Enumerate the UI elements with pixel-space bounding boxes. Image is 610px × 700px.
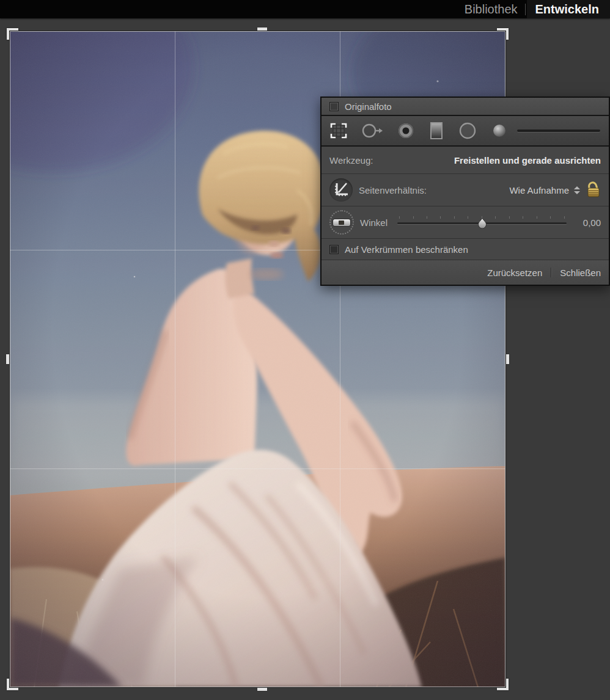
crop-handle-top-left[interactable] — [7, 28, 18, 40]
module-bibliothek[interactable]: Bibliothek — [457, 0, 525, 18]
angle-label: Winkel — [360, 217, 388, 228]
spot-removal-tool-icon[interactable] — [362, 123, 383, 139]
button-divider — [551, 268, 551, 277]
original-photo-checkbox[interactable] — [329, 102, 339, 111]
crop-handle-bottom-left[interactable] — [7, 679, 18, 690]
straighten-level-icon[interactable] — [329, 210, 354, 235]
aspect-lock-icon[interactable] — [586, 180, 601, 200]
original-photo-label: Originalfoto — [345, 101, 392, 112]
crop-handle-top[interactable] — [257, 27, 267, 31]
angle-value: 0,00 — [574, 217, 601, 228]
crop-handle-right[interactable] — [506, 354, 509, 364]
tool-strip — [322, 116, 609, 147]
adjustment-brush-tool-icon[interactable] — [491, 123, 507, 139]
aspect-ratio-label: Seitenverhältnis: — [359, 185, 427, 195]
crop-tool-panel: Originalfoto — [320, 97, 610, 286]
angle-slider[interactable] — [397, 216, 567, 229]
module-entwickeln[interactable]: Entwickeln — [535, 0, 599, 18]
angle-row: Winkel 0,00 — [322, 206, 609, 239]
red-eye-tool-icon[interactable] — [397, 122, 414, 139]
aspect-stepper-icon[interactable] — [574, 186, 580, 194]
original-photo-row: Originalfoto — [322, 98, 609, 116]
crop-tool-icon[interactable] — [330, 122, 347, 139]
angle-slider-thumb[interactable] — [478, 218, 487, 230]
aspect-ratio-value[interactable]: Wie Aufnahme — [509, 185, 569, 195]
tool-name-row: Werkzeug: Freistellen und gerade ausrich… — [322, 147, 609, 174]
module-divider — [525, 4, 526, 15]
tool-name-label: Werkzeug: — [329, 155, 373, 166]
reset-button[interactable]: Zurücksetzen — [487, 268, 542, 278]
module-entwickeln-wrap[interactable]: Entwickeln — [527, 0, 610, 18]
close-button[interactable]: Schließen — [560, 268, 601, 278]
crop-handle-bottom[interactable] — [257, 688, 267, 691]
constrain-row: Auf Verkrümmen beschränken — [322, 239, 609, 260]
graduated-filter-tool-icon[interactable] — [429, 122, 444, 140]
panel-buttons-row: Zurücksetzen Schließen — [322, 260, 609, 285]
lightroom-develop-screen: { "topbar": { "modules": [ {"label": "Bi… — [0, 0, 610, 700]
crop-handle-top-right[interactable] — [497, 28, 509, 40]
constrain-checkbox[interactable] — [329, 245, 339, 254]
brush-size-slider[interactable] — [517, 129, 600, 132]
radial-filter-tool-icon[interactable] — [458, 122, 477, 140]
crop-frame-icon[interactable] — [329, 178, 353, 202]
constrain-label: Auf Verkrümmen beschränken — [345, 244, 468, 255]
crop-handle-bottom-right[interactable] — [497, 679, 509, 690]
crop-handle-left[interactable] — [6, 354, 9, 364]
tool-name-value: Freistellen und gerade ausrichten — [454, 155, 601, 166]
module-picker-bar: Bibliothek Entwickeln — [0, 0, 610, 18]
aspect-ratio-row: Seitenverhältnis: Wie Aufnahme — [322, 174, 609, 206]
